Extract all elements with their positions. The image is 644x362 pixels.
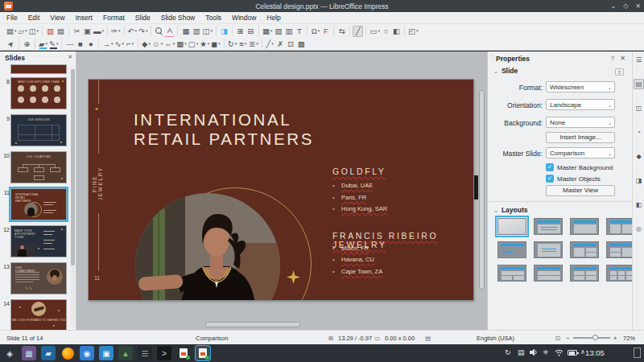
callout-shapes-icon[interactable]: ▢▾ [188, 39, 200, 50]
master-slide-status[interactable]: Comparison [196, 335, 228, 342]
slide-thumbnail-9[interactable]: OUR SERVICES [11, 115, 66, 146]
menu-item-window[interactable]: Window [232, 14, 256, 22]
slide-thumbnail-7-partial[interactable] [11, 65, 66, 73]
new-slide-icon[interactable]: ⊞ [235, 26, 246, 37]
line-color-icon[interactable]: ✎▾ [48, 39, 59, 50]
display-grid-icon[interactable]: ▦ [180, 26, 191, 37]
menu-item-view[interactable]: View [50, 14, 64, 22]
taskbar-system-monitor-icon[interactable]: ▦ [22, 346, 36, 360]
partner-block-francis-ribeiro[interactable]: FRANCIS RIBEIRO •Miami, FR JEWELRY •Hava… [332, 231, 438, 278]
taskbar-image-viewer-icon[interactable]: ▲ [118, 346, 133, 360]
tab-navigator-icon[interactable]: ◎ [634, 224, 644, 234]
layout-option-title-content-over-2content[interactable] [497, 265, 526, 282]
partner-block-goldfly[interactable]: GOLDFLY •Dubai, UAE•Paris, FR•Hong Kong,… [332, 167, 387, 216]
menu-item-format[interactable]: Format [103, 14, 125, 22]
half-shape-icon[interactable]: ◧ [391, 26, 402, 37]
panel-close-icon[interactable]: ✕ [620, 55, 625, 62]
open-file-icon[interactable]: ▱▾ [18, 26, 28, 37]
minimize-button[interactable]: ⌄ [610, 2, 616, 10]
tab-shapes-icon[interactable]: ◆ [634, 151, 644, 162]
master-view-button[interactable]: Master View [546, 185, 615, 196]
fill-color-icon[interactable]: ▰▾ [38, 39, 48, 50]
fontwork-icon[interactable]: F [320, 26, 331, 37]
special-character-icon[interactable]: Ω▾ [310, 26, 320, 37]
block-arrows-icon[interactable]: ⇔▾ [163, 39, 175, 50]
edit-points-icon[interactable]: ✗ [275, 39, 286, 50]
undo-icon[interactable]: ↶▾ [127, 26, 138, 37]
tab-animation-icon[interactable]: ◔ [634, 127, 644, 138]
clipboard-icon[interactable]: ▤ [518, 348, 525, 356]
tab-styles-icon[interactable]: ◧ [634, 200, 644, 210]
flowchart-shapes-icon[interactable]: ▦▾ [175, 39, 188, 50]
layout-option-title-content-2content[interactable] [570, 241, 599, 258]
master-slide-dropdown[interactable]: Comparison⌄ [546, 147, 615, 158]
brightness-icon[interactable]: ✳ [543, 348, 549, 356]
slide-thumbnail-13[interactable]: OUR COMMITMENT ∿∿ [11, 263, 66, 294]
background-dropdown[interactable]: None⌄ [546, 117, 615, 128]
slide-thumbnail-10[interactable]: U.S. LOCATIONS [11, 152, 66, 183]
format-dropdown[interactable]: Widescreen⌄ [546, 81, 615, 93]
layout-option-title-2content-rows[interactable] [534, 265, 563, 282]
save-icon[interactable]: ◫▾ [28, 26, 40, 37]
slide-title[interactable]: INTERNATIONAL RETAIL PARTNERS [134, 110, 314, 149]
clock[interactable]: 13:05 [585, 348, 605, 357]
layout-option-title-content[interactable] [570, 218, 599, 235]
curves-polygons-icon[interactable]: ∿▾ [114, 39, 125, 50]
slide-section-header[interactable]: ⌄Slide [493, 67, 518, 75]
taskbar-discover-store-icon[interactable]: ▣ [99, 346, 114, 360]
help-icon[interactable]: ? [611, 55, 614, 62]
menu-item-insert[interactable]: Insert [76, 14, 93, 22]
insert-image-button[interactable]: Insert Image... [546, 132, 615, 143]
layout-option-title-6content[interactable] [606, 265, 635, 282]
master-objects-checkbox[interactable]: ✓ Master Objects [546, 175, 601, 183]
slide-thumbnail-12[interactable]: MAKE YOUR APPOINTMENT TODAY [11, 226, 66, 257]
toggle-extrusion-icon[interactable]: ◰▾ [407, 26, 419, 37]
copy-icon[interactable]: ▣ [82, 26, 93, 37]
zoom-slider[interactable] [573, 337, 610, 339]
layout-option-title-only[interactable] [497, 241, 526, 258]
menu-item-slide[interactable]: Slide [135, 14, 151, 22]
language-status[interactable]: English (USA) [477, 335, 514, 342]
symbol-shapes-icon[interactable]: ☺▾ [151, 39, 163, 50]
pane-splitter-handle[interactable] [474, 175, 478, 200]
ellipse-icon[interactable]: ● [85, 39, 96, 50]
basic-shapes-icon[interactable]: ◆▾ [141, 39, 151, 50]
orientation-dropdown[interactable]: Landscape⌄ [546, 99, 615, 110]
shadow-icon[interactable]: ◨ [219, 26, 229, 37]
insert-textbox-icon[interactable]: T [294, 26, 304, 37]
find-replace-icon[interactable] [154, 26, 164, 37]
glue-points-icon[interactable]: ⊡ [286, 39, 296, 50]
spelling-icon[interactable]: A [164, 26, 175, 37]
clone-formatting-icon[interactable]: ✑▾ [110, 26, 121, 37]
print-icon[interactable]: ▤ [56, 26, 66, 37]
layout-option-title-2content-content[interactable] [606, 241, 635, 258]
paste-icon[interactable]: ▬▾ [93, 26, 105, 37]
zoom-out-button[interactable]: − [566, 335, 569, 342]
menu-item-file[interactable]: File [6, 14, 18, 22]
slide-thumbnail-14[interactable]: WE LOOK FORWARD TO SEEING YOU [11, 300, 66, 330]
tab-slide-transition-icon[interactable]: ◫ [634, 103, 644, 113]
stars-banners-icon[interactable]: ★▾ [199, 39, 210, 50]
menu-item-slide-show[interactable]: Slide Show [161, 14, 196, 22]
title-bar[interactable]: Celestial design.pptx — LibreOffice Impr… [0, 0, 644, 12]
panel-grip[interactable]: ⋮ [489, 54, 496, 61]
layout-option-title-content-lines[interactable] [534, 218, 563, 235]
snap-guides-icon[interactable]: ▥ [191, 26, 201, 37]
vertical-scrollbar[interactable] [479, 55, 485, 322]
tab-gallery-icon[interactable]: ◨ [634, 175, 644, 186]
taskbar-libreoffice-start-icon[interactable] [176, 346, 191, 360]
menu-item-edit[interactable]: Edit [28, 14, 40, 22]
redo-icon[interactable]: ↷▾ [138, 26, 148, 37]
layout-option-title-2content[interactable] [606, 218, 635, 235]
updates-icon[interactable]: ↻ [505, 348, 511, 356]
taskbar-console-icon[interactable]: > [157, 346, 171, 360]
taskbar-file-manager-icon[interactable]: ▰ [41, 346, 56, 360]
zoom-slider-thumb[interactable] [592, 335, 598, 340]
battery-icon[interactable] [568, 350, 577, 356]
line-style-icon[interactable]: ╱▾ [265, 39, 275, 50]
zoom-in-button[interactable]: + [613, 335, 617, 342]
slide-thumbnail-11[interactable]: INTERNATIONAL RETAIL PARTNERS [11, 189, 66, 220]
taskbar-app-launcher-icon[interactable]: ◈ [2, 346, 17, 360]
taskbar-libreoffice-impress-icon[interactable] [196, 346, 210, 360]
align-objects-icon[interactable]: ≡▾ [237, 39, 248, 50]
